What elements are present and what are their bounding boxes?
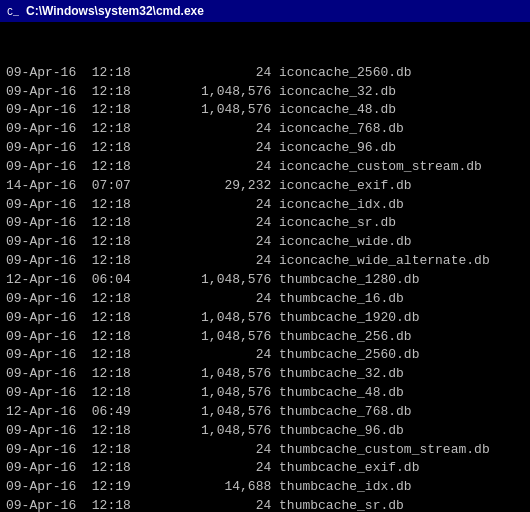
console-line: 09-Apr-16 12:18 24 iconcache_custom_stre… (6, 158, 524, 177)
title-bar: C_ C:\Windows\system32\cmd.exe (0, 0, 530, 22)
console-line: 09-Apr-16 12:18 24 thumbcache_exif.db (6, 459, 524, 478)
console-line: 09-Apr-16 12:18 24 thumbcache_sr.db (6, 497, 524, 512)
console-line: 12-Apr-16 06:49 1,048,576 thumbcache_768… (6, 403, 524, 422)
console-line: 09-Apr-16 12:19 14,688 thumbcache_idx.db (6, 478, 524, 497)
console-line: 09-Apr-16 12:18 24 iconcache_2560.db (6, 64, 524, 83)
console-line: 09-Apr-16 12:18 1,048,576 iconcache_32.d… (6, 83, 524, 102)
console-line: 09-Apr-16 12:18 1,048,576 thumbcache_96.… (6, 422, 524, 441)
console-line: 09-Apr-16 12:18 24 iconcache_sr.db (6, 214, 524, 233)
title-bar-text: C:\Windows\system32\cmd.exe (26, 4, 204, 18)
console-line: 12-Apr-16 06:04 1,048,576 thumbcache_128… (6, 271, 524, 290)
cmd-icon: C_ (6, 4, 20, 18)
console-line: 09-Apr-16 12:18 24 iconcache_idx.db (6, 196, 524, 215)
console-line: 09-Apr-16 12:18 24 thumbcache_16.db (6, 290, 524, 309)
console-lines: 09-Apr-16 12:18 24 iconcache_2560.db09-A… (6, 64, 524, 512)
console-line: 14-Apr-16 07:07 29,232 iconcache_exif.db (6, 177, 524, 196)
console-line: 09-Apr-16 12:18 24 iconcache_wide_altern… (6, 252, 524, 271)
svg-text:C_: C_ (7, 7, 20, 18)
console-line: 09-Apr-16 12:18 24 iconcache_wide.db (6, 233, 524, 252)
console-line: 09-Apr-16 12:18 1,048,576 thumbcache_192… (6, 309, 524, 328)
console-line: 09-Apr-16 12:18 24 thumbcache_custom_str… (6, 441, 524, 460)
console-line: 09-Apr-16 12:18 1,048,576 thumbcache_256… (6, 328, 524, 347)
console-line: 09-Apr-16 12:18 1,048,576 thumbcache_48.… (6, 384, 524, 403)
console-line: 09-Apr-16 12:18 24 iconcache_96.db (6, 139, 524, 158)
console-line: 09-Apr-16 12:18 24 thumbcache_2560.db (6, 346, 524, 365)
console-line: 09-Apr-16 12:18 1,048,576 thumbcache_32.… (6, 365, 524, 384)
console-output: 09-Apr-16 12:18 24 iconcache_2560.db09-A… (0, 22, 530, 512)
console-line: 09-Apr-16 12:18 24 iconcache_768.db (6, 120, 524, 139)
console-line: 09-Apr-16 12:18 1,048,576 iconcache_48.d… (6, 101, 524, 120)
